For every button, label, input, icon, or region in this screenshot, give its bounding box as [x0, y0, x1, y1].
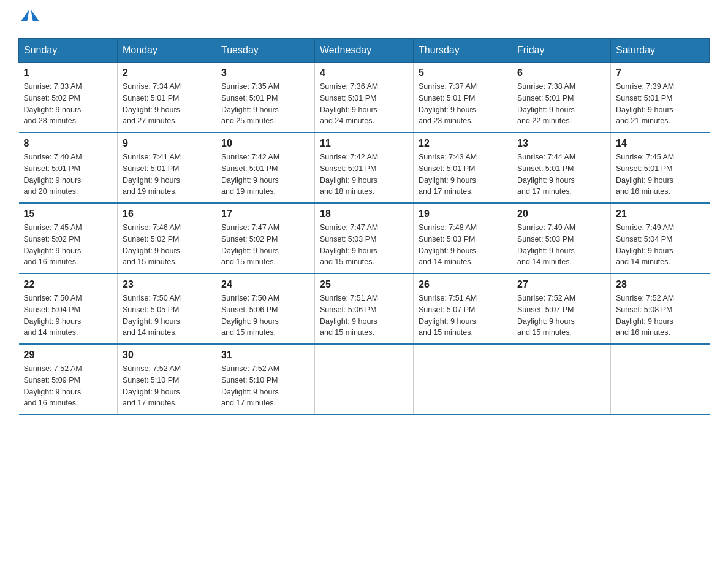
day-info: Sunrise: 7:52 AM Sunset: 5:08 PM Dayligh… — [616, 293, 705, 339]
calendar-cell: 9 Sunrise: 7:41 AM Sunset: 5:01 PM Dayli… — [118, 132, 216, 203]
day-info: Sunrise: 7:44 AM Sunset: 5:01 PM Dayligh… — [517, 151, 605, 197]
day-info: Sunrise: 7:36 AM Sunset: 5:01 PM Dayligh… — [320, 81, 408, 127]
day-info: Sunrise: 7:50 AM Sunset: 5:04 PM Dayligh… — [24, 293, 113, 339]
day-info: Sunrise: 7:45 AM Sunset: 5:02 PM Dayligh… — [24, 222, 113, 268]
day-info: Sunrise: 7:40 AM Sunset: 5:01 PM Dayligh… — [24, 151, 113, 197]
day-number: 29 — [24, 350, 113, 361]
day-info: Sunrise: 7:45 AM Sunset: 5:01 PM Dayligh… — [616, 151, 705, 197]
day-info: Sunrise: 7:51 AM Sunset: 5:07 PM Dayligh… — [419, 293, 507, 339]
day-info: Sunrise: 7:35 AM Sunset: 5:01 PM Dayligh… — [221, 81, 309, 127]
calendar-cell: 13 Sunrise: 7:44 AM Sunset: 5:01 PM Dayl… — [512, 132, 611, 203]
day-number: 22 — [24, 279, 113, 290]
day-number: 28 — [616, 279, 705, 290]
calendar-cell: 30 Sunrise: 7:52 AM Sunset: 5:10 PM Dayl… — [118, 344, 216, 415]
day-number: 14 — [616, 138, 705, 149]
calendar-cell — [611, 344, 710, 415]
day-info: Sunrise: 7:43 AM Sunset: 5:01 PM Dayligh… — [419, 151, 507, 197]
day-number: 5 — [419, 67, 507, 79]
day-header-tuesday: Tuesday — [216, 39, 315, 63]
day-number: 7 — [616, 67, 705, 79]
calendar-cell: 18 Sunrise: 7:47 AM Sunset: 5:03 PM Dayl… — [315, 203, 414, 274]
day-header-sunday: Sunday — [19, 39, 118, 63]
day-info: Sunrise: 7:51 AM Sunset: 5:06 PM Dayligh… — [320, 293, 408, 339]
day-number: 23 — [123, 279, 211, 290]
calendar-cell: 11 Sunrise: 7:42 AM Sunset: 5:01 PM Dayl… — [315, 132, 414, 203]
calendar-cell: 12 Sunrise: 7:43 AM Sunset: 5:01 PM Dayl… — [414, 132, 512, 203]
day-info: Sunrise: 7:52 AM Sunset: 5:10 PM Dayligh… — [221, 363, 309, 409]
day-number: 12 — [419, 138, 507, 149]
calendar-cell: 21 Sunrise: 7:49 AM Sunset: 5:04 PM Dayl… — [611, 203, 710, 274]
day-number: 18 — [320, 209, 408, 220]
calendar-cell: 1 Sunrise: 7:33 AM Sunset: 5:02 PM Dayli… — [19, 63, 118, 133]
day-info: Sunrise: 7:52 AM Sunset: 5:10 PM Dayligh… — [123, 363, 211, 409]
calendar-cell: 8 Sunrise: 7:40 AM Sunset: 5:01 PM Dayli… — [19, 132, 118, 203]
calendar-cell: 3 Sunrise: 7:35 AM Sunset: 5:01 PM Dayli… — [216, 63, 315, 133]
calendar-cell: 10 Sunrise: 7:42 AM Sunset: 5:01 PM Dayl… — [216, 132, 315, 203]
day-number: 25 — [320, 279, 408, 290]
calendar-table: SundayMondayTuesdayWednesdayThursdayFrid… — [18, 38, 710, 415]
day-number: 19 — [419, 209, 507, 220]
day-info: Sunrise: 7:48 AM Sunset: 5:03 PM Dayligh… — [419, 222, 507, 268]
calendar-week-row: 29 Sunrise: 7:52 AM Sunset: 5:09 PM Dayl… — [19, 344, 710, 415]
day-header-wednesday: Wednesday — [315, 39, 414, 63]
day-info: Sunrise: 7:37 AM Sunset: 5:01 PM Dayligh… — [419, 81, 507, 127]
calendar-week-row: 15 Sunrise: 7:45 AM Sunset: 5:02 PM Dayl… — [19, 203, 710, 274]
day-number: 27 — [517, 279, 605, 290]
calendar-cell: 31 Sunrise: 7:52 AM Sunset: 5:10 PM Dayl… — [216, 344, 315, 415]
day-number: 17 — [221, 209, 309, 220]
calendar-cell: 6 Sunrise: 7:38 AM Sunset: 5:01 PM Dayli… — [512, 63, 611, 133]
calendar-cell: 15 Sunrise: 7:45 AM Sunset: 5:02 PM Dayl… — [19, 203, 118, 274]
calendar-cell: 27 Sunrise: 7:52 AM Sunset: 5:07 PM Dayl… — [512, 274, 611, 344]
day-number: 8 — [24, 138, 113, 149]
calendar-cell: 22 Sunrise: 7:50 AM Sunset: 5:04 PM Dayl… — [19, 274, 118, 344]
calendar-cell: 23 Sunrise: 7:50 AM Sunset: 5:05 PM Dayl… — [118, 274, 216, 344]
day-number: 21 — [616, 209, 705, 220]
calendar-cell: 25 Sunrise: 7:51 AM Sunset: 5:06 PM Dayl… — [315, 274, 414, 344]
day-number: 15 — [24, 209, 113, 220]
day-number: 24 — [221, 279, 309, 290]
calendar-cell: 17 Sunrise: 7:47 AM Sunset: 5:02 PM Dayl… — [216, 203, 315, 274]
day-info: Sunrise: 7:33 AM Sunset: 5:02 PM Dayligh… — [24, 81, 113, 127]
calendar-cell: 2 Sunrise: 7:34 AM Sunset: 5:01 PM Dayli… — [118, 63, 216, 133]
page-header — [18, 12, 710, 26]
day-info: Sunrise: 7:42 AM Sunset: 5:01 PM Dayligh… — [320, 151, 408, 197]
calendar-week-row: 22 Sunrise: 7:50 AM Sunset: 5:04 PM Dayl… — [19, 274, 710, 344]
day-header-saturday: Saturday — [611, 39, 710, 63]
calendar-cell: 19 Sunrise: 7:48 AM Sunset: 5:03 PM Dayl… — [414, 203, 512, 274]
day-number: 11 — [320, 138, 408, 149]
day-number: 16 — [123, 209, 211, 220]
day-info: Sunrise: 7:52 AM Sunset: 5:07 PM Dayligh… — [517, 293, 605, 339]
day-info: Sunrise: 7:38 AM Sunset: 5:01 PM Dayligh… — [517, 81, 605, 127]
day-number: 1 — [24, 67, 113, 79]
day-info: Sunrise: 7:52 AM Sunset: 5:09 PM Dayligh… — [24, 363, 113, 409]
day-number: 13 — [517, 138, 605, 149]
calendar-cell — [512, 344, 611, 415]
day-info: Sunrise: 7:49 AM Sunset: 5:04 PM Dayligh… — [616, 222, 705, 268]
day-number: 9 — [123, 138, 211, 149]
calendar-cell — [414, 344, 512, 415]
day-header-monday: Monday — [118, 39, 216, 63]
day-info: Sunrise: 7:34 AM Sunset: 5:01 PM Dayligh… — [123, 81, 211, 127]
calendar-cell: 20 Sunrise: 7:49 AM Sunset: 5:03 PM Dayl… — [512, 203, 611, 274]
calendar-cell: 16 Sunrise: 7:46 AM Sunset: 5:02 PM Dayl… — [118, 203, 216, 274]
calendar-cell: 5 Sunrise: 7:37 AM Sunset: 5:01 PM Dayli… — [414, 63, 512, 133]
calendar-cell: 26 Sunrise: 7:51 AM Sunset: 5:07 PM Dayl… — [414, 274, 512, 344]
day-number: 30 — [123, 350, 211, 361]
day-number: 20 — [517, 209, 605, 220]
calendar-header-row: SundayMondayTuesdayWednesdayThursdayFrid… — [19, 39, 710, 63]
day-number: 31 — [221, 350, 309, 361]
logo — [18, 12, 38, 26]
calendar-cell: 14 Sunrise: 7:45 AM Sunset: 5:01 PM Dayl… — [611, 132, 710, 203]
day-info: Sunrise: 7:39 AM Sunset: 5:01 PM Dayligh… — [616, 81, 705, 127]
day-info: Sunrise: 7:41 AM Sunset: 5:01 PM Dayligh… — [123, 151, 211, 197]
day-number: 6 — [517, 67, 605, 79]
day-info: Sunrise: 7:50 AM Sunset: 5:06 PM Dayligh… — [221, 293, 309, 339]
calendar-cell: 29 Sunrise: 7:52 AM Sunset: 5:09 PM Dayl… — [19, 344, 118, 415]
calendar-cell: 28 Sunrise: 7:52 AM Sunset: 5:08 PM Dayl… — [611, 274, 710, 344]
day-info: Sunrise: 7:49 AM Sunset: 5:03 PM Dayligh… — [517, 222, 605, 268]
day-info: Sunrise: 7:50 AM Sunset: 5:05 PM Dayligh… — [123, 293, 211, 339]
day-info: Sunrise: 7:47 AM Sunset: 5:03 PM Dayligh… — [320, 222, 408, 268]
day-info: Sunrise: 7:47 AM Sunset: 5:02 PM Dayligh… — [221, 222, 309, 268]
day-number: 2 — [123, 67, 211, 79]
calendar-cell: 24 Sunrise: 7:50 AM Sunset: 5:06 PM Dayl… — [216, 274, 315, 344]
